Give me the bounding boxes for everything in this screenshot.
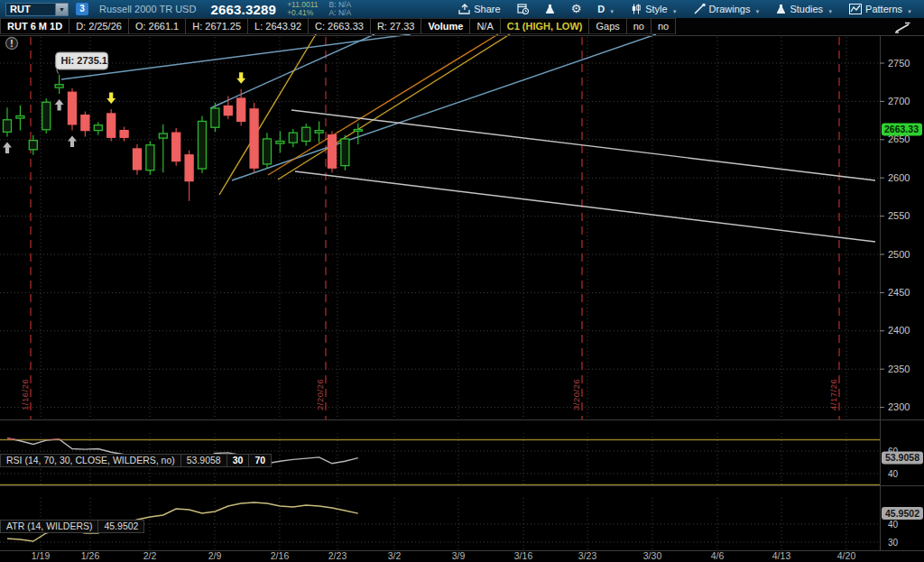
watchlist-badge[interactable]: 3 — [76, 3, 88, 15]
info-range: R: 27.33 — [371, 18, 422, 34]
svg-text:2663.33: 2663.33 — [884, 124, 919, 134]
svg-text:40: 40 — [888, 469, 899, 479]
svg-text:2/2: 2/2 — [143, 550, 157, 561]
rsi-header: RSI (14, 70, 30, CLOSE, WILDERS, no) 53.… — [0, 454, 272, 467]
share-button[interactable]: Share — [452, 2, 506, 16]
volume-label: Volume — [421, 18, 470, 34]
rsi-oversold-level: 30 — [227, 454, 250, 467]
rsi-value-badge: 53.9058 — [882, 452, 923, 465]
toolbar-right-buttons: Share ⚙ D ▼ — [452, 2, 919, 16]
bid-ask: B: N/A A: N/A — [329, 1, 352, 17]
chevron-down-icon: ▼ — [907, 9, 912, 14]
svg-text:1/19: 1/19 — [32, 550, 51, 561]
svg-text:2500: 2500 — [888, 249, 910, 260]
expiration-line: 3/20/26 — [571, 37, 582, 419]
svg-text:!: ! — [10, 39, 13, 49]
analyze-button[interactable] — [539, 2, 561, 16]
svg-text:4/13: 4/13 — [772, 550, 791, 561]
studies-button[interactable]: Studies ▼ — [770, 2, 839, 16]
buy-signal-arrow-icon — [3, 142, 12, 153]
candle — [107, 114, 116, 137]
change-percent: +0.41% — [287, 9, 318, 17]
atr-value: 45.9502 — [98, 520, 144, 533]
high-annotation[interactable]: Hi: 2735.1 — [56, 52, 108, 74]
rsi-title[interactable]: RSI (14, 70, 30, CLOSE, WILDERS, no) — [0, 454, 181, 467]
atr-title[interactable]: ATR (14, WILDERS) — [0, 520, 98, 533]
svg-text:1/16/26: 1/16/26 — [20, 379, 30, 410]
chart-title: RUT 6 M 1D — [0, 18, 69, 34]
time-axis[interactable]: 1/191/262/22/92/162/233/23/93/163/233/30… — [32, 550, 856, 561]
symbol-input[interactable] — [5, 3, 56, 16]
settings-button[interactable]: ⚙ — [565, 2, 588, 16]
ohlc-info-bar: RUT 6 M 1D D: 2/25/26 O: 2661.1 H: 2671.… — [0, 18, 924, 34]
candle — [120, 131, 128, 138]
calendar-events-button[interactable] — [511, 2, 535, 16]
candle — [224, 106, 232, 115]
chart-toolbar: ▼ 3 Russell 2000 TR USD 2663.3289 +11.00… — [0, 0, 924, 18]
candle — [341, 139, 349, 166]
candle — [4, 120, 12, 133]
candle — [159, 134, 167, 138]
atr-header: ATR (14, WILDERS) 45.9502 — [0, 520, 144, 533]
symbol-box: ▼ — [5, 3, 69, 16]
expiration-line: 1/16/26 — [20, 37, 31, 419]
symbol-dropdown-caret[interactable]: ▼ — [56, 3, 69, 16]
svg-text:2450: 2450 — [888, 287, 910, 298]
studies-icon — [776, 4, 786, 14]
info-open: O: 2661.1 — [129, 18, 186, 34]
info-close: C: 2663.33 — [309, 18, 371, 34]
expiration-line: 4/17/26 — [828, 37, 839, 419]
buy-signal-arrow-icon — [55, 99, 64, 111]
svg-text:2400: 2400 — [888, 325, 910, 336]
candle — [55, 85, 63, 88]
patterns-icon — [849, 4, 862, 14]
trendline-trend-yellow-steep[interactable] — [219, 34, 316, 195]
trendline-channel-gray-upper[interactable] — [291, 110, 875, 180]
trendline-channel-gray-lower[interactable] — [295, 171, 875, 242]
drawings-button[interactable]: Drawings ▼ — [688, 2, 767, 16]
candle — [328, 135, 337, 168]
drawing-tool-icon[interactable] — [894, 22, 911, 33]
price-change: +11.0011 +0.41% — [287, 1, 318, 17]
corporate-actions-cell[interactable]: C1 (HIGH, LOW) — [501, 18, 590, 34]
svg-text:1/26: 1/26 — [81, 550, 100, 561]
candle — [354, 129, 362, 131]
beaker-icon — [545, 4, 555, 14]
timeframe-label: D — [597, 4, 605, 14]
gap-value-2: no — [651, 18, 676, 34]
rsi-value: 53.9058 — [181, 454, 227, 467]
trendline-trend-yellow-long[interactable] — [278, 34, 510, 180]
gaps-label: Gaps — [589, 18, 626, 34]
chevron-down-icon: ▼ — [672, 9, 678, 14]
candle — [237, 98, 245, 121]
buy-signal-arrow-icon — [68, 136, 77, 148]
svg-text:2550: 2550 — [888, 210, 910, 221]
svg-text:3/2: 3/2 — [388, 550, 402, 561]
svg-text:3/16: 3/16 — [514, 550, 533, 561]
svg-text:2600: 2600 — [888, 172, 910, 183]
sell-signal-arrow-icon — [106, 92, 116, 104]
patterns-button[interactable]: Patterns ▼ — [843, 2, 919, 16]
chevron-down-icon: ▼ — [827, 9, 833, 14]
drawings-label: Drawings — [709, 4, 751, 14]
style-label: Style — [645, 4, 667, 14]
svg-text:2300: 2300 — [888, 401, 910, 412]
svg-text:2/23: 2/23 — [328, 550, 347, 561]
candle — [211, 108, 219, 127]
svg-text:40: 40 — [888, 520, 899, 530]
candle — [185, 155, 193, 181]
share-label: Share — [474, 4, 500, 14]
last-price-badge: 2663.33 — [882, 123, 922, 135]
rsi-overbought-level: 70 — [249, 454, 272, 467]
chevron-down-icon: ▼ — [754, 9, 760, 14]
trendline-trend-blue-steep[interactable] — [210, 34, 374, 108]
candle — [69, 92, 77, 124]
chart-canvas[interactable]: 1/16/262/20/263/20/264/17/26275027002650… — [0, 34, 924, 562]
patterns-label: Patterns — [865, 4, 902, 14]
candle — [276, 141, 284, 143]
sell-signal-arrow-icon — [236, 72, 245, 84]
style-button[interactable]: Style ▼ — [624, 2, 683, 16]
candle — [315, 131, 323, 134]
timeframe-button[interactable]: D ▼ — [591, 2, 621, 16]
alert-icon[interactable]: ! — [6, 38, 18, 50]
